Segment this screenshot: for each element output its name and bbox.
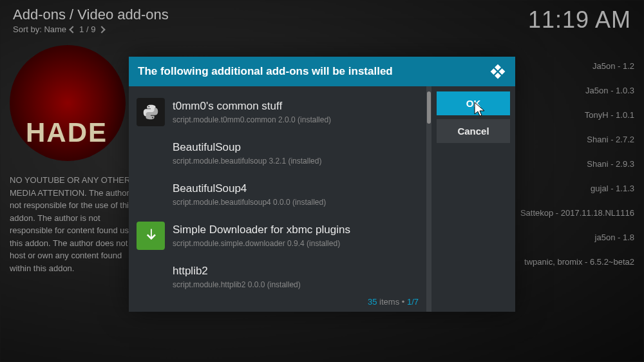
dependency-row[interactable]: BeautifulSoup script.module.beautifulsou…: [129, 133, 426, 174]
header: Add-ons / Video add-ons Sort by: Name 1 …: [0, 0, 644, 41]
kodi-logo-icon: [489, 63, 506, 80]
addon-description: NO YOUTUBE OR ANY OTHER MEDIA ATTENTION.…: [10, 174, 145, 274]
dependency-name: BeautifulSoup: [173, 141, 419, 154]
addon-list: Ja5on - 1.2 Ja5on - 1.0.3 TonyH - 1.0.1 …: [515, 61, 634, 267]
left-panel: NO YOUTUBE OR ANY OTHER MEDIA ATTENTION.…: [10, 45, 138, 274]
dependency-name: t0mm0's common stuff: [173, 100, 419, 113]
dialog-header: The following additional add-ons will be…: [129, 57, 515, 86]
dependency-row[interactable]: t0mm0's common stuff script.module.t0mm0…: [129, 91, 426, 133]
list-item[interactable]: gujal - 1.1.3: [515, 184, 634, 193]
chevron-right-icon[interactable]: [99, 26, 106, 33]
scrollbar[interactable]: [426, 86, 431, 312]
dialog-body: t0mm0's common stuff script.module.t0mm0…: [129, 86, 515, 312]
python-icon: [137, 98, 165, 126]
list-item[interactable]: Ja5on - 1.0.3: [515, 86, 634, 95]
sort-position: 1 / 9: [79, 24, 95, 34]
dependency-detail: script.module.t0mm0.common 2.0.0 (instal…: [173, 115, 419, 124]
sort-by[interactable]: Sort by: Name 1 / 9: [13, 24, 169, 34]
blank-icon: [137, 180, 165, 209]
sort-label: Sort by: Name: [13, 24, 66, 34]
ok-button[interactable]: OK: [437, 91, 510, 115]
page-indicator: 1/7: [407, 297, 419, 307]
list-item[interactable]: Shani - 2.7.2: [515, 135, 634, 144]
list-item[interactable]: TonyH - 1.0.1: [515, 110, 634, 120]
breadcrumb[interactable]: Add-ons / Video add-ons: [13, 6, 169, 23]
dependency-name: Simple Downloader for xbmc plugins: [173, 224, 419, 236]
blank-icon: [137, 139, 165, 167]
dependency-detail: script.module.simple.downloader 0.9.4 (i…: [173, 239, 419, 248]
list-item[interactable]: Shani - 2.9.3: [515, 159, 634, 169]
dependency-name: httplib2: [173, 265, 419, 278]
item-count: 35: [368, 297, 377, 307]
dialog-buttons: OK Cancel: [431, 86, 515, 312]
list-item[interactable]: ja5on - 1.8: [515, 233, 634, 242]
install-dependencies-dialog: The following additional add-ons will be…: [129, 57, 515, 312]
dependencies-list[interactable]: t0mm0's common stuff script.module.t0mm0…: [129, 86, 426, 312]
dependency-detail: script.module.beautifulsoup 3.2.1 (insta…: [173, 157, 419, 166]
addon-artwork: [10, 45, 126, 161]
dependency-name: BeautifulSoup4: [173, 182, 419, 195]
blank-icon: [137, 263, 165, 291]
clock: 11:19 AM: [528, 6, 631, 33]
chevron-left-icon[interactable]: [69, 26, 76, 33]
item-count-label: items •: [377, 297, 406, 307]
dependency-row[interactable]: BeautifulSoup4 script.module.beautifulso…: [129, 174, 426, 215]
dialog-title: The following additional add-ons will be…: [138, 65, 393, 78]
dependency-detail: script.module.httplib2 0.0.0 (installed): [173, 280, 419, 289]
list-item[interactable]: Ja5on - 1.2: [515, 61, 634, 71]
dialog-footer: 35 items • 1/7: [368, 297, 419, 307]
dependency-row[interactable]: Simple Downloader for xbmc plugins scrip…: [129, 215, 426, 256]
cancel-button[interactable]: Cancel: [437, 119, 510, 143]
list-item[interactable]: Sattekop - 2017.11.18.NL1116: [515, 208, 634, 218]
list-item[interactable]: twpanic, bromix - 6.5.2~beta2: [515, 257, 634, 267]
dependency-detail: script.module.beautifulsoup4 0.0.0 (inst…: [173, 198, 419, 207]
dependency-row[interactable]: httplib2 script.module.httplib2 0.0.0 (i…: [129, 256, 426, 298]
download-icon: [137, 222, 165, 250]
scroll-thumb[interactable]: [427, 91, 431, 124]
